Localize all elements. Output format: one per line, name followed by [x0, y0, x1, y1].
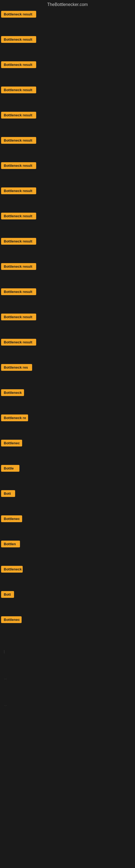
bottleneck-badge-24: Bottlenec: [1, 616, 21, 623]
bottleneck-badge-5: Bottleneck result: [1, 137, 36, 144]
bottleneck-item-12[interactable]: Bottleneck result: [1, 313, 134, 322]
spacer-5: [1, 148, 134, 162]
bottleneck-badge-16: Bottleneck re: [1, 414, 28, 421]
bottleneck-badge-6: Bottleneck result: [1, 162, 36, 169]
spacer-18: [1, 475, 134, 490]
bottleneck-item-10[interactable]: Bottleneck result: [1, 262, 134, 272]
spacer-4: [1, 122, 134, 136]
bottleneck-badge-8: Bottleneck result: [1, 213, 36, 219]
bottleneck-item-9[interactable]: Bottleneck result: [1, 237, 134, 246]
spacer-21: [1, 551, 134, 565]
spacer-22: [1, 577, 134, 590]
bottleneck-item-23[interactable]: Bott: [1, 590, 134, 599]
bottleneck-badge-9: Bottleneck result: [1, 238, 36, 245]
bottleneck-item-18[interactable]: Bottle: [1, 464, 134, 473]
page-container: TheBottlenecker.com Bottleneck resultBot…: [0, 0, 135, 710]
spacer-3: [1, 97, 134, 111]
bottom-section: | … …: [0, 646, 135, 710]
items-container: Bottleneck resultBottleneck resultBottle…: [0, 10, 135, 641]
spacer-7: [1, 198, 134, 212]
bottleneck-item-24[interactable]: Bottlenec: [1, 616, 134, 625]
bottleneck-badge-3: Bottleneck result: [1, 87, 36, 93]
spacer-10: [1, 274, 134, 288]
bottleneck-item-14[interactable]: Bottleneck res: [1, 364, 134, 372]
spacer-14: [1, 375, 134, 389]
bottleneck-item-8[interactable]: Bottleneck result: [1, 212, 134, 221]
bottleneck-item-5[interactable]: Bottleneck result: [1, 136, 134, 145]
bottleneck-badge-15: Bottleneck: [1, 389, 24, 396]
bottleneck-item-16[interactable]: Bottleneck re: [1, 414, 134, 423]
small-indicator-1: |: [3, 649, 132, 654]
bottleneck-badge-18: Bottle: [1, 465, 19, 472]
bottleneck-item-17[interactable]: Bottlenec: [1, 439, 134, 448]
bottleneck-item-19[interactable]: Bott: [1, 490, 134, 499]
small-indicator-2: …: [3, 676, 132, 681]
bottleneck-item-20[interactable]: Bottlenec: [1, 515, 134, 524]
spacer-24: [1, 627, 134, 641]
bottleneck-badge-12: Bottleneck result: [1, 314, 36, 320]
bottleneck-badge-22: Bottleneck: [1, 566, 23, 572]
bottleneck-item-1[interactable]: Bottleneck result: [1, 35, 134, 44]
bottleneck-badge-7: Bottleneck result: [1, 187, 36, 194]
bottleneck-badge-17: Bottlenec: [1, 440, 22, 446]
spacer-0: [1, 22, 134, 35]
bottleneck-badge-23: Bott: [1, 591, 14, 598]
bottleneck-badge-2: Bottleneck result: [1, 61, 36, 68]
small-indicator-3: …: [3, 702, 132, 707]
spacer-16: [1, 425, 134, 439]
bottleneck-badge-14: Bottleneck res: [1, 364, 32, 371]
bottleneck-item-6[interactable]: Bottleneck result: [1, 162, 134, 170]
spacer-19: [1, 501, 134, 515]
spacer-12: [1, 324, 134, 338]
bottleneck-item-22[interactable]: Bottleneck: [1, 565, 134, 574]
spacer-13: [1, 349, 134, 364]
spacer-11: [1, 299, 134, 313]
spacer-9: [1, 248, 134, 262]
bottleneck-item-11[interactable]: Bottleneck result: [1, 288, 134, 297]
site-title: TheBottlenecker.com: [0, 0, 135, 10]
bottleneck-badge-13: Bottleneck result: [1, 339, 36, 346]
spacer-6: [1, 173, 134, 187]
spacer-8: [1, 223, 134, 237]
bottleneck-item-2[interactable]: Bottleneck result: [1, 61, 134, 70]
bottleneck-badge-0: Bottleneck result: [1, 11, 36, 18]
spacer-1: [1, 46, 134, 61]
bottleneck-item-15[interactable]: Bottleneck: [1, 389, 134, 398]
bottleneck-item-0[interactable]: Bottleneck result: [1, 10, 134, 19]
bottleneck-badge-20: Bottlenec: [1, 516, 22, 522]
bottleneck-badge-1: Bottleneck result: [1, 36, 36, 43]
spacer-2: [1, 72, 134, 86]
spacer-23: [1, 601, 134, 616]
bottleneck-badge-11: Bottleneck result: [1, 288, 36, 295]
bottleneck-item-21[interactable]: Bottlen: [1, 540, 134, 549]
spacer-20: [1, 526, 134, 540]
bottleneck-badge-21: Bottlen: [1, 540, 20, 547]
bottleneck-item-4[interactable]: Bottleneck result: [1, 111, 134, 120]
spacer-17: [1, 450, 134, 464]
spacer-15: [1, 400, 134, 414]
bottleneck-badge-10: Bottleneck result: [1, 263, 36, 270]
bottleneck-item-3[interactable]: Bottleneck result: [1, 86, 134, 95]
bottleneck-item-13[interactable]: Bottleneck result: [1, 338, 134, 347]
bottleneck-item-7[interactable]: Bottleneck result: [1, 187, 134, 196]
bottleneck-badge-19: Bott: [1, 490, 15, 497]
bottleneck-badge-4: Bottleneck result: [1, 112, 36, 119]
